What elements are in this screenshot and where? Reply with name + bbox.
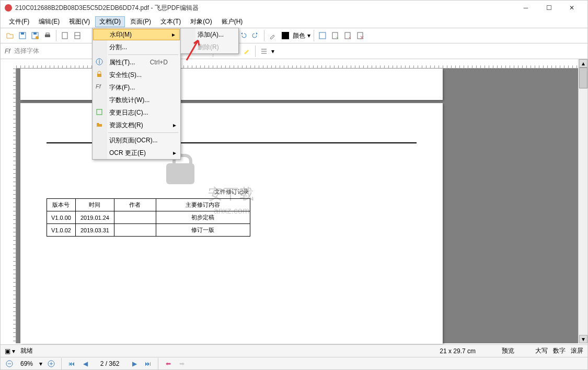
document-page: 安下载 anxz.com 文件修订记录 版本号时间作者主要修订内容 V1.0.0…: [20, 103, 443, 344]
svg-text:i: i: [99, 58, 100, 65]
doc-section-title: 文件修订记录: [214, 188, 249, 196]
page-icon[interactable]: [60, 30, 70, 41]
menu-document[interactable]: 文档(D): [95, 16, 125, 27]
zoom-value[interactable]: 69%: [20, 360, 33, 367]
open-icon[interactable]: [5, 30, 15, 41]
menu-account[interactable]: 账户(H): [217, 16, 247, 27]
log-icon: [96, 108, 104, 117]
main-toolbar: 颜色 ▾: [1, 28, 587, 43]
vertical-ruler: [7, 69, 16, 343]
info-icon: i: [96, 58, 104, 66]
save-as-icon[interactable]: [30, 30, 40, 41]
tool-icon-4[interactable]: [355, 30, 365, 41]
svg-rect-16: [97, 74, 101, 77]
folder-icon: [96, 121, 104, 129]
menu-properties[interactable]: i属性(T)...Ctrl+D: [93, 56, 180, 69]
menu-view[interactable]: 视图(V): [65, 16, 94, 27]
chevron-down-icon[interactable]: ▾: [271, 48, 274, 55]
zoom-in-button[interactable]: [47, 359, 56, 368]
lock-icon: [96, 71, 104, 79]
menu-watermark[interactable]: 水印(M)▸: [93, 29, 180, 40]
last-page-button[interactable]: ⏭: [143, 359, 153, 368]
status-dimensions: 21 x 29.7 cm: [440, 347, 476, 355]
menu-file[interactable]: 文件(F): [5, 16, 33, 27]
submenu-remove[interactable]: 删除(R): [181, 41, 238, 53]
menu-split[interactable]: 分割...: [93, 41, 180, 53]
menu-object[interactable]: 对象(O): [186, 16, 216, 27]
undo-icon[interactable]: [238, 30, 248, 41]
next-page-button[interactable]: ▶: [130, 359, 139, 368]
svg-rect-9: [282, 32, 289, 39]
svg-rect-5: [45, 35, 50, 37]
menu-ocr-correct[interactable]: OCR 更正(E)▸: [93, 147, 180, 159]
menu-page[interactable]: 页面(P): [126, 16, 155, 27]
menu-resources[interactable]: 资源文档(R)▸: [93, 119, 180, 131]
color-swatch[interactable]: [280, 30, 291, 41]
maximize-button[interactable]: ☐: [537, 1, 560, 15]
scroll-up-icon[interactable]: ▴: [579, 59, 587, 68]
close-button[interactable]: ✕: [560, 1, 583, 15]
font-icon: Ff: [96, 83, 104, 92]
document-menu-dropdown: 水印(M)▸ 分割... i属性(T)...Ctrl+D 安全性(S)... F…: [92, 28, 181, 160]
svg-rect-3: [33, 32, 37, 35]
tool-icon-2[interactable]: [330, 30, 340, 41]
chevron-down-icon[interactable]: ▾: [307, 32, 310, 39]
zoom-out-button[interactable]: [5, 359, 14, 368]
status-ready: 就绪: [20, 346, 33, 355]
color-label: 颜色: [293, 31, 305, 40]
align-icon[interactable]: [259, 46, 269, 57]
svg-rect-1: [21, 32, 24, 35]
vertical-scrollbar[interactable]: ▴ ▾: [578, 59, 587, 343]
font-label-icon: Ff: [5, 48, 12, 55]
font-selector[interactable]: 选择字体: [14, 47, 77, 55]
menu-fonts[interactable]: Ff字体(F)...: [93, 81, 180, 94]
submenu-add[interactable]: 添加(A)...: [181, 28, 238, 41]
save-icon[interactable]: [17, 30, 28, 41]
prev-page-button[interactable]: ◀: [80, 359, 90, 368]
window-title: 210C012688B2DB08D3E5C5D2EDB6DD74.pdf - 飞…: [15, 4, 514, 13]
navigation-bar: 69% ▾ ⏮ ◀ 2 / 362 ▶ ⏭ ⬅ ➡: [1, 357, 587, 369]
nav-forward-button[interactable]: ➡: [177, 359, 187, 368]
status-preview[interactable]: 预览: [502, 346, 514, 355]
menu-wordcount[interactable]: 字数统计(W)...: [93, 94, 180, 106]
status-scroll: 滚屏: [571, 346, 583, 355]
title-bar: 210C012688B2DB08D3E5C5D2EDB6DD74.pdf - 飞…: [1, 1, 587, 15]
table-header-row: 版本号时间作者主要修订内容: [47, 199, 250, 211]
arrow-right-icon: ▸: [172, 31, 175, 38]
menu-text[interactable]: 文本(T): [156, 16, 185, 27]
highlight-icon[interactable]: [241, 46, 252, 57]
arrow-right-icon: ▸: [173, 149, 176, 156]
scroll-down-icon[interactable]: ▾: [579, 335, 587, 343]
eyedropper-icon[interactable]: [268, 30, 278, 41]
tool-icon-3[interactable]: [342, 30, 353, 41]
sidebar-toggle-icon[interactable]: ▣ ▾: [5, 347, 15, 355]
menu-security[interactable]: 安全性(S)...: [93, 69, 180, 81]
chevron-down-icon[interactable]: ▾: [39, 360, 42, 367]
tool-icon-1[interactable]: [317, 30, 328, 41]
svg-rect-10: [319, 32, 326, 39]
svg-rect-17: [97, 109, 102, 115]
menu-edit[interactable]: 编辑(E): [34, 16, 64, 27]
svg-rect-6: [46, 33, 49, 35]
table-row: V1.0.002019.01.24初步定稿: [47, 211, 250, 224]
print-icon[interactable]: [42, 30, 53, 41]
page-fragment-top: [20, 69, 443, 100]
status-bar: ▣ ▾ 就绪 21 x 29.7 cm 预览 大写 数字 滚屏: [1, 344, 587, 357]
watermark-submenu: 添加(A)... 删除(R): [180, 28, 239, 54]
status-caps: 大写: [535, 346, 548, 355]
first-page-button[interactable]: ⏮: [67, 359, 76, 368]
font-toolbar: Ff 选择字体 A▴ A▾ ▾: [1, 43, 587, 59]
page-indicator[interactable]: 2 / 362: [94, 360, 125, 367]
status-num: 数字: [553, 346, 566, 355]
menu-changelog[interactable]: 变更日志(C)...: [93, 106, 180, 119]
minimize-button[interactable]: ─: [514, 1, 537, 15]
menu-ocr-page[interactable]: 识别页面(OCR)...: [93, 134, 180, 147]
lock-icon: [166, 163, 194, 184]
table-row: V1.0.022019.03.31修订一版: [47, 224, 250, 237]
svg-rect-7: [62, 32, 67, 39]
page2-icon[interactable]: [72, 30, 83, 41]
redo-icon[interactable]: [250, 30, 261, 41]
svg-point-4: [36, 36, 39, 39]
scroll-thumb[interactable]: [579, 68, 587, 88]
nav-back-button[interactable]: ⬅: [164, 359, 173, 368]
